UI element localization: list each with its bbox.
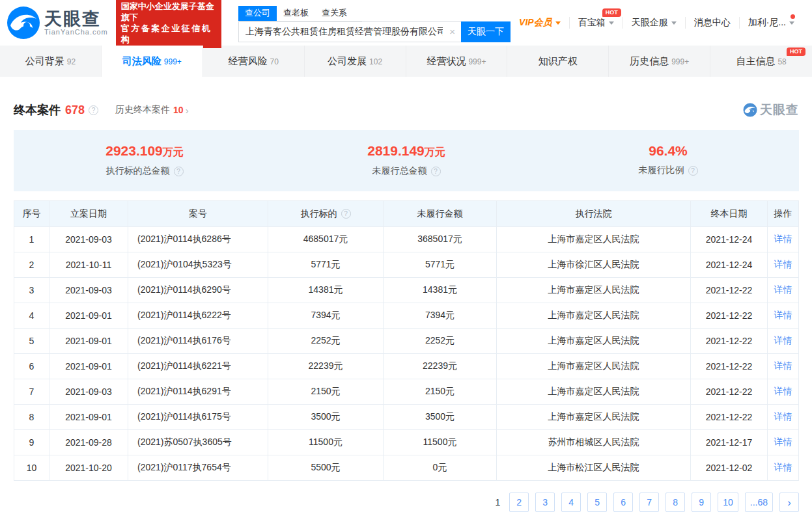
- detail-link[interactable]: 详情: [774, 386, 792, 398]
- chevron-down-icon: [555, 21, 561, 25]
- row-5-col-1: 5: [14, 329, 49, 354]
- page-button-4[interactable]: 4: [561, 493, 581, 512]
- row-2-actions: 详情: [768, 252, 799, 278]
- page-button-9[interactable]: 9: [692, 493, 711, 512]
- main-tab-count: 999+: [164, 57, 182, 66]
- nav-item-2[interactable]: 百宝箱HOT: [569, 17, 623, 29]
- circle-question-icon[interactable]: ?: [89, 105, 98, 115]
- page-button-2[interactable]: 2: [509, 493, 529, 512]
- detail-link[interactable]: 详情: [774, 411, 792, 423]
- page-button-last-68[interactable]: ...68: [745, 493, 773, 512]
- circle-question-icon[interactable]: ?: [174, 167, 184, 176]
- detail-link[interactable]: 详情: [774, 259, 792, 271]
- row-10-col-6: 上海市松江区人民法院: [497, 455, 691, 481]
- detail-link[interactable]: 详情: [774, 360, 792, 372]
- nav-item-1[interactable]: VIP会员: [511, 17, 569, 29]
- main-tab-4[interactable]: 公司发展102: [305, 46, 406, 77]
- circle-question-icon[interactable]: ?: [431, 167, 441, 176]
- section-title: 终本案件: [14, 102, 61, 118]
- row-9-col-4: 11500元: [268, 430, 384, 455]
- main-tab-2[interactable]: 司法风险999+: [102, 46, 203, 77]
- row-4-col-4: 7394元: [268, 303, 384, 329]
- watermark-text: 天眼查: [760, 101, 799, 118]
- row-7-col-2: 2021-09-03: [49, 379, 128, 405]
- page-button-6[interactable]: 6: [613, 493, 633, 512]
- main-tab-7[interactable]: 历史信息999+: [609, 46, 710, 77]
- main-tab-label: 经营状况: [427, 55, 466, 68]
- hot-badge: HOT: [787, 47, 805, 56]
- stat-value: 2923.109万元: [14, 143, 275, 159]
- row-6-col-3: (2021)沪0114执6221号: [128, 354, 268, 379]
- column-header-4: 执行标的?: [268, 201, 384, 227]
- row-8-col-2: 2021-09-01: [49, 405, 128, 430]
- main-tab-8[interactable]: 自主信息58HOT: [710, 46, 812, 77]
- row-1-col-2: 2021-09-03: [49, 227, 128, 252]
- row-2-col-2: 2021-10-11: [49, 252, 128, 278]
- row-1-col-1: 1: [14, 227, 49, 252]
- row-1-col-5: 3685017元: [384, 227, 497, 252]
- row-7-actions: 详情: [768, 379, 799, 405]
- page-button-10[interactable]: 10: [718, 493, 738, 512]
- circle-question-icon[interactable]: ?: [688, 166, 698, 176]
- nav-item-label: 消息中心: [694, 17, 731, 29]
- page-button-3[interactable]: 3: [535, 493, 555, 512]
- chevron-down-icon: [609, 21, 614, 25]
- page-button-5[interactable]: 5: [587, 493, 607, 512]
- search-button[interactable]: 天眼一下: [461, 21, 511, 42]
- page-button-8[interactable]: 8: [665, 493, 685, 512]
- column-header-5: 未履行金额: [384, 201, 497, 227]
- row-3-col-7: 2021-12-22: [691, 278, 768, 303]
- row-6-col-4: 22239元: [268, 354, 384, 379]
- row-5-col-7: 2021-12-22: [691, 329, 768, 354]
- main-tab-3[interactable]: 经营风险70: [203, 46, 305, 77]
- nav-item-5[interactable]: 加利·尼...: [739, 17, 803, 29]
- row-4-col-7: 2021-12-22: [691, 303, 768, 329]
- stat-label: 未履行比例?: [537, 165, 799, 176]
- detail-link[interactable]: 详情: [774, 310, 792, 321]
- row-2-col-7: 2021-12-24: [691, 252, 768, 278]
- history-cases-count: 10: [173, 105, 184, 115]
- row-9-col-2: 2021-09-28: [49, 430, 128, 455]
- row-10-col-4: 5500元: [268, 455, 384, 481]
- detail-link[interactable]: 详情: [774, 234, 792, 245]
- main-tab-count: 102: [369, 57, 382, 66]
- main-tab-1[interactable]: 公司背景92: [0, 46, 102, 77]
- column-header-3: 案号: [128, 201, 268, 227]
- nav-item-3[interactable]: 天眼企服: [623, 17, 685, 29]
- search-tab-1[interactable]: 查公司: [238, 6, 277, 21]
- row-7-col-5: 2150元: [384, 379, 497, 405]
- nav-item-4[interactable]: 消息中心: [685, 17, 739, 29]
- detail-link[interactable]: 详情: [774, 284, 792, 296]
- row-1-actions: 详情: [768, 227, 799, 252]
- search-tab-2[interactable]: 查老板: [277, 6, 315, 21]
- row-5-col-2: 2021-09-01: [49, 329, 128, 354]
- row-9-col-1: 9: [14, 430, 49, 455]
- circle-question-icon[interactable]: ?: [341, 209, 351, 219]
- brand-domain: TianYanCha.com: [44, 28, 108, 36]
- main-tab-5[interactable]: 经营状况999+: [406, 46, 508, 77]
- row-6-col-7: 2021-12-22: [691, 354, 768, 379]
- detail-link[interactable]: 详情: [774, 437, 792, 448]
- history-cases-link[interactable]: 历史终本案件 10 ›: [115, 104, 189, 116]
- row-1-col-6: 上海市嘉定区人民法院: [497, 227, 691, 252]
- page-button-7[interactable]: 7: [639, 493, 659, 512]
- row-8-col-4: 3500元: [268, 405, 384, 430]
- main-tab-label: 知识产权: [539, 55, 578, 68]
- main-tab-6[interactable]: 知识产权: [507, 46, 609, 77]
- clear-search-icon[interactable]: ×: [449, 27, 455, 36]
- row-5-actions: 详情: [768, 329, 799, 354]
- search-tabs: 查公司查老板查关系: [238, 6, 362, 21]
- row-4-col-1: 4: [14, 303, 49, 329]
- main-tab-label: 自主信息: [736, 55, 775, 68]
- detail-link[interactable]: 详情: [774, 335, 792, 347]
- tianyancha-logo[interactable]: 天眼查 TianYanCha.com: [7, 6, 108, 40]
- search-tab-3[interactable]: 查关系: [315, 6, 354, 21]
- row-3-col-2: 2021-09-03: [49, 278, 128, 303]
- row-3-col-4: 14381元: [268, 278, 384, 303]
- next-page-button[interactable]: ›: [779, 493, 799, 512]
- detail-link[interactable]: 详情: [774, 462, 792, 474]
- content: 终本案件 678 ? 历史终本案件 10 › 天眼查 2923.109万元执行标…: [0, 101, 812, 512]
- search-input[interactable]: [238, 21, 461, 42]
- history-cases-label: 历史终本案件: [115, 104, 170, 116]
- row-7-col-4: 2150元: [268, 379, 384, 405]
